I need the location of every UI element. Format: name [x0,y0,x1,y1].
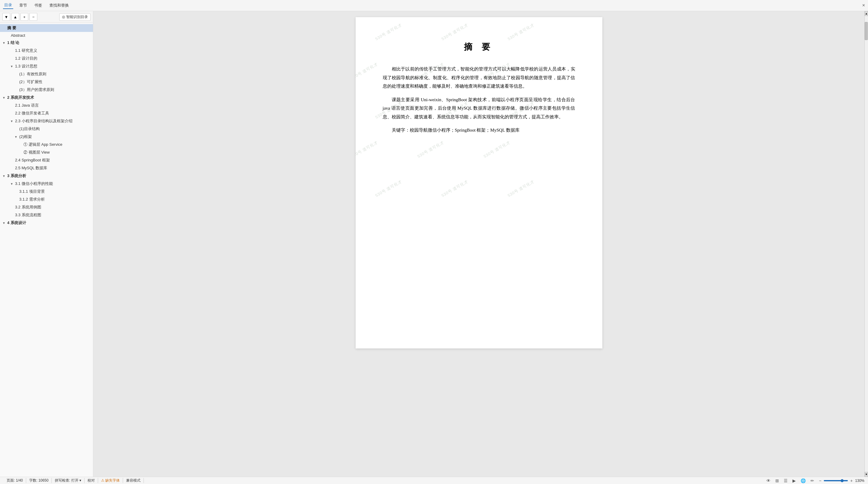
top-nav: 目录 章节 书签 查找和替换 × [0,0,868,11]
ai-label: 智能识别目录 [66,15,88,20]
zoom-level: 130% [855,479,864,483]
view-icon[interactable]: 👁 [765,478,772,483]
toc-item[interactable]: ▼2 系统开发技术 [0,94,93,102]
toc-item[interactable]: (3）用户的需求原则 [0,86,93,94]
toc-item[interactable]: 2.2 微信开发者工具 [0,109,93,117]
watermark-text: 530号 道可化才 [507,22,535,41]
watermark-text: 530号 道可化才 [374,22,403,41]
toc-item[interactable]: 1.1 研究意义 [0,47,93,55]
scroll-down-button[interactable]: ▼ [865,472,868,477]
nav-bookmark[interactable]: 书签 [33,2,43,9]
toc-item[interactable]: 2.1 Java 语言 [0,102,93,109]
document-page: 530号 道可化才530号 道可化才530号 道可化才530号 道可化才530号… [355,17,602,348]
nav-toc[interactable]: 目录 [3,2,13,9]
toc-item[interactable]: 3.1.1 项目背景 [0,188,93,196]
toc-item-label: 1 结 论 [7,40,19,46]
toc-item[interactable]: (1）有效性原则 [0,70,93,78]
toc-item[interactable]: (2）可扩展性 [0,78,93,86]
proofread-btn[interactable]: 校对 [85,478,98,483]
toc-item-label: 4 系统设计 [7,220,26,226]
toc-item[interactable]: ▼1.3 设计思想 [0,62,93,70]
compat-mode: 兼容模式 [123,478,144,483]
close-button[interactable]: × [862,3,865,8]
toc-item-label: (3）用户的需求原则 [19,87,54,92]
right-scrollbar[interactable]: ▲ ▼ [864,11,868,477]
collapse-up-button[interactable]: ▲ [11,13,19,21]
minus-button[interactable]: − [30,13,37,21]
toc-item-label: 2.5 MySQL 数据库 [15,165,47,171]
paragraph-1: 相比于以前的传统手工管理方式，智能化的管理方式可以大幅降低学校的运营人员成本，实… [383,65,575,91]
nav-chapter[interactable]: 章节 [18,2,28,9]
toc-item-label: (1)目录结构 [19,126,40,132]
document-area: 530号 道可化才530号 道可化才530号 道可化才530号 道可化才530号… [93,11,864,477]
toc-item-label: 3 系统分析 [7,173,26,179]
toc-item-label: (2）可扩展性 [19,79,42,85]
zoom-in-button[interactable]: + [849,478,854,483]
collapse-down-button[interactable]: ▼ [2,13,10,21]
document-title: 摘 要 [383,41,575,53]
nav-findreplace[interactable]: 查找和替换 [48,2,70,9]
toc-item[interactable]: ▼2.3 小程序目录结构以及框架介绍 [0,117,93,125]
watermark-text: 530号 道可化才 [416,139,445,159]
missing-font-warning[interactable]: ⚠ 缺失字体 [98,478,123,483]
toc-item-label: 3.1 微信小程序的性能 [15,181,53,187]
status-bar: 页面: 1/40 字数: 10650 拼写检查: 打开 ▾ 校对 ⚠ 缺失字体 … [0,477,868,484]
toc-item[interactable]: ▼1 结 论 [0,39,93,47]
warning-icon: ⚠ [101,478,104,483]
toc-item[interactable]: ▼4 系统设计 [0,219,93,227]
toc-item[interactable]: 3.1.2 需求分析 [0,196,93,203]
toc-item-label: (2)框架 [19,134,32,139]
toc-item-label: ② 视图层 View [24,150,50,155]
toc-item-label: 2.4 SpringBoot 框架 [15,158,50,163]
toc-item-label: 3.1.2 需求分析 [19,197,45,202]
ai-recognize-button[interactable]: ◎ 智能识别目录 [59,13,91,21]
play-icon[interactable]: ▶ [791,478,797,483]
ai-icon: ◎ [62,15,65,19]
sidebar: ▼ ▲ + − ◎ 智能识别目录 摘 要Abstract▼1 结 论1.1 研究… [0,11,93,477]
toc-item-label: (1）有效性原则 [19,72,46,77]
document-content: 摘 要 相比于以前的传统手工管理方式，智能化的管理方式可以大幅降低学校的运营人员… [383,41,575,135]
toc-item[interactable]: 3.2 系统用例图 [0,203,93,211]
toc-item[interactable]: ① 逻辑层 App Service [0,141,93,148]
scrollbar-thumb[interactable] [865,22,868,40]
toc-item[interactable]: 2.4 SpringBoot 框架 [0,156,93,164]
edit-icon[interactable]: ✏ [809,478,815,483]
toc-item-label: 2.2 微信开发者工具 [15,111,49,116]
sidebar-toolbar: ▼ ▲ + − ◎ 智能识别目录 [0,11,93,23]
add-button[interactable]: + [21,13,28,21]
layout-icon[interactable]: ⊞ [774,478,780,483]
toc-item[interactable]: 3.3 系统流程图 [0,211,93,219]
toc-item[interactable]: ▼(2)框架 [0,133,93,141]
zoom-out-button[interactable]: − [818,478,823,483]
toc-item-label: 3.1.1 项目背景 [19,189,45,194]
toc-item[interactable]: (1)目录结构 [0,125,93,133]
scroll-up-button[interactable]: ▲ [865,11,868,16]
zoom-slider-thumb[interactable] [841,479,844,482]
toc-item-label: 3.3 系统流程图 [15,212,41,218]
toc-item[interactable]: ▼3 系统分析 [0,172,93,180]
toc-item[interactable]: ② 视图层 View [0,148,93,156]
watermark-text: 530号 道可化才 [507,179,535,198]
page-info: 页面: 1/40 [4,478,26,483]
toc-item[interactable]: 1.2 设计目的 [0,55,93,62]
spell-check[interactable]: 拼写检查: 打开 ▾ [52,478,85,483]
word-count: 字数: 10650 [26,478,52,483]
keywords: 关键字：校园导航微信小程序；SpringBoot 框架；MySQL 数据库 [383,126,575,135]
toc-item[interactable]: 摘 要 [0,24,93,32]
main-wrapper: ▼ ▲ + − ◎ 智能识别目录 摘 要Abstract▼1 结 论1.1 研究… [0,11,868,477]
toc-item-label: Abstract [11,33,25,38]
watermark-text: 530号 道可化才 [374,179,403,198]
zoom-slider[interactable] [824,480,848,481]
toc-item-label: 3.2 系统用例图 [15,204,41,210]
globe-icon[interactable]: 🌐 [799,478,807,483]
list-icon[interactable]: ☰ [782,478,789,483]
toc-item-label: 2.1 Java 语言 [15,103,39,108]
toc-item-label: 1.1 研究意义 [15,48,37,53]
toc-item[interactable]: ▼3.1 微信小程序的性能 [0,180,93,188]
toc-item-label: 摘 要 [7,25,16,31]
paragraph-2: 课题主要采用 Uni-weixin、SpringBoot 架构技术，前端以小程序… [383,95,575,121]
toc-item[interactable]: 2.5 MySQL 数据库 [0,164,93,172]
toc-item[interactable]: Abstract [0,32,93,39]
toc-tree: 摘 要Abstract▼1 结 论1.1 研究意义1.2 设计目的▼1.3 设计… [0,23,93,477]
toc-item-label: ① 逻辑层 App Service [24,142,62,147]
